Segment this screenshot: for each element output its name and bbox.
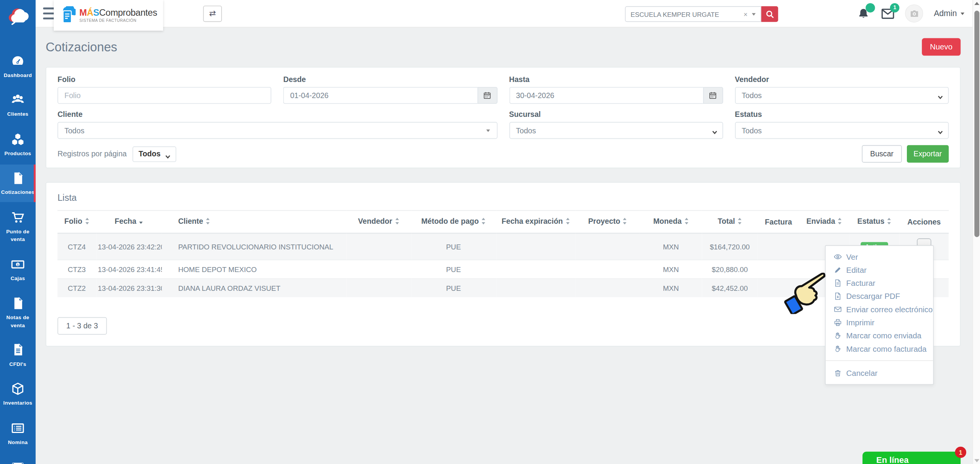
page-header: Cotizaciones Nuevo [46, 38, 960, 56]
swap-company-button[interactable]: ⇄ [203, 6, 222, 22]
sidebar-item-dashboard[interactable]: Dashboard [0, 48, 36, 85]
sidebar-item-clientes[interactable]: Clientes [0, 87, 36, 124]
sidebar-item-label: Nomina [8, 438, 28, 446]
column-header-fecha_expiracion[interactable]: Fecha expiración [496, 210, 575, 233]
filters-panel: Folio Desde Hasta [46, 67, 960, 168]
users-icon [11, 93, 25, 107]
sidebar-item-punto-de-venta[interactable]: Punto de venta [0, 204, 36, 249]
desde-calendar-button[interactable] [477, 87, 497, 104]
client-search-group: ESCUELA KEMPER URGATE × [625, 6, 778, 22]
brand-logo[interactable]: MÁSComprobantes SISTEMA DE FACTURACIÓN [54, 0, 163, 31]
folio-input[interactable] [57, 87, 271, 104]
cell-moneda: MXN [640, 233, 702, 260]
vertical-scrollbar[interactable] [972, 0, 980, 464]
sort-icon [684, 218, 688, 226]
menu-divider [826, 360, 933, 361]
buscar-button[interactable]: Buscar [862, 145, 902, 163]
estatus-select[interactable]: Todos [735, 122, 949, 139]
menu-item-imprimir[interactable]: Imprimir [826, 316, 933, 329]
sidebar-item-cajas[interactable]: 1Cajas [0, 251, 36, 288]
column-header-proyecto[interactable]: Proyecto [575, 210, 640, 233]
navbar-right: 1 Admin [856, 0, 964, 27]
scrollbar-down-arrow[interactable] [974, 459, 979, 462]
cubes-icon [11, 132, 25, 146]
folio-label: Folio [57, 75, 271, 84]
clear-search-icon[interactable]: × [743, 10, 748, 18]
sort-icon [738, 218, 742, 226]
sidebar-item-notas-de-venta[interactable]: Notas de venta [0, 290, 36, 334]
user-avatar[interactable] [905, 4, 923, 22]
client-search-combobox[interactable]: ESCUELA KEMPER URGATE × [625, 6, 761, 22]
exportar-button[interactable]: Exportar [906, 145, 949, 163]
hasta-calendar-button[interactable] [703, 87, 723, 104]
sidebar-item-label: Notas de venta [1, 313, 35, 329]
search-button[interactable] [761, 6, 778, 22]
sidebar-item-productos[interactable]: Productos [0, 126, 36, 163]
cliente-select[interactable]: Todos [57, 122, 497, 139]
list-icon [11, 421, 25, 435]
chevron-down-icon [165, 152, 171, 161]
pencil-icon [834, 266, 842, 274]
search-value: ESCUELA KEMPER URGATE [630, 10, 741, 18]
chevron-down-icon [938, 128, 943, 137]
app-cloud-logo[interactable] [0, 0, 36, 31]
menu-item-cancelar[interactable]: Cancelar [826, 367, 933, 380]
menu-item-descargar-pdf[interactable]: Descargar PDF [826, 290, 933, 303]
notifications-button[interactable] [856, 7, 870, 20]
registros-label: Registros por página [57, 149, 127, 158]
cell-vendedor [346, 233, 411, 260]
column-header-total[interactable]: Total [702, 210, 758, 233]
column-header-folio[interactable]: Folio [57, 210, 96, 233]
sort-icon [395, 218, 399, 226]
cell-fecha_expiracion [496, 260, 575, 279]
sidebar-item-cotizaciones[interactable]: Cotizaciones [0, 165, 36, 202]
camera-placeholder-icon [909, 9, 919, 18]
hand-icon [834, 331, 842, 339]
scrollbar-thumb[interactable] [974, 11, 979, 237]
pagination[interactable]: 1 - 3 de 3 [57, 317, 106, 335]
user-menu[interactable]: Admin [934, 9, 964, 18]
cell-factura [758, 260, 799, 279]
cell-cliente: PARTIDO REVOLUCIONARIO INSTITUCIONAL [162, 233, 346, 260]
scrollbar-up-arrow[interactable] [974, 2, 979, 5]
gauge-icon [11, 54, 25, 68]
vendedor-select[interactable]: Todos [735, 87, 949, 104]
sucursal-label: Sucursal [509, 110, 723, 119]
column-header-estatus[interactable]: Estatus [849, 210, 899, 233]
cell-metodo_pago: PUE [411, 279, 496, 297]
cell-cliente: DIANA LAURA ORDAZ VISUET [162, 279, 346, 297]
column-header-vendedor[interactable]: Vendedor [346, 210, 411, 233]
column-header-enviada[interactable]: Enviada [799, 210, 849, 233]
menu-item-facturar[interactable]: Facturar [826, 277, 933, 290]
eye-icon [834, 253, 842, 261]
column-header-factura: Factura [758, 210, 799, 233]
menu-item-marcar-como-facturada[interactable]: Marcar como facturada [826, 342, 933, 355]
sidebar-item-buzo-n[interactable]: Buzón [0, 454, 36, 464]
column-header-metodo_pago[interactable]: Método de pago [411, 210, 496, 233]
sucursal-select[interactable]: Todos [509, 122, 723, 139]
cloud-logo-icon [6, 6, 30, 25]
messages-button[interactable]: 1 [881, 7, 895, 20]
column-header-fecha[interactable]: Fecha [96, 210, 162, 233]
nuevo-button[interactable]: Nuevo [922, 38, 960, 56]
registros-select[interactable]: Todos [132, 146, 176, 162]
menu-item-marcar-como-enviada[interactable]: Marcar como enviada [826, 329, 933, 342]
column-header-cliente[interactable]: Cliente [162, 210, 346, 233]
sidebar-item-nomina[interactable]: Nomina [0, 415, 36, 452]
menu-item-enviar-correo-electro-nico[interactable]: Enviar correo electrónico [826, 303, 933, 316]
online-chat-button[interactable]: En línea 1 [862, 452, 960, 464]
sidebar-item-cfdi-s[interactable]: CFDI's [0, 336, 36, 374]
file-text-icon [834, 279, 842, 287]
envelope-icon [11, 460, 25, 464]
search-caret-icon[interactable] [752, 13, 756, 15]
menu-item-editar[interactable]: Editar [826, 263, 933, 276]
column-header-moneda[interactable]: Moneda [640, 210, 702, 233]
sidebar-item-inventarios[interactable]: Inventarios [0, 375, 36, 413]
sort-icon [565, 218, 570, 226]
cell-folio: CTZ3 [57, 260, 96, 279]
hasta-input[interactable] [509, 87, 703, 104]
brand-title: MÁSComprobantes [79, 8, 157, 17]
sidebar-nav: DashboardClientesProductosCotizacionesPu… [0, 48, 36, 464]
menu-item-ver[interactable]: Ver [826, 250, 933, 263]
desde-input[interactable] [283, 87, 477, 104]
